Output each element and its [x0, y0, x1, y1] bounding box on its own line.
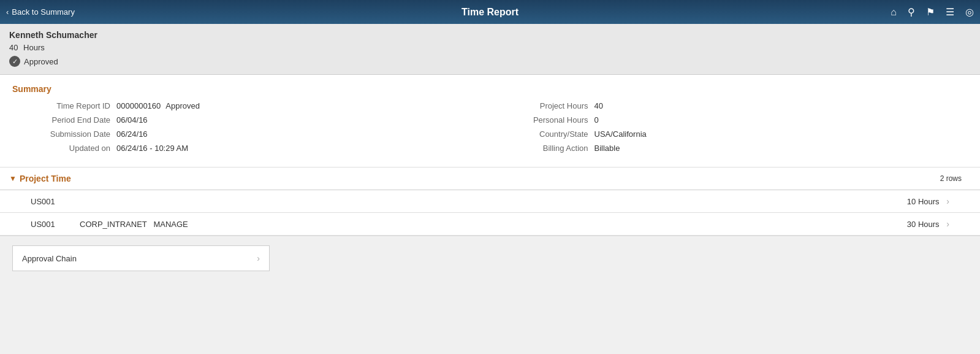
submission-date-label: Submission Date	[12, 129, 110, 139]
target-icon[interactable]: ◎	[965, 6, 974, 18]
summary-row-id: Time Report ID 0000000160 Approved	[12, 101, 490, 110]
summary-row-country: Country/State USA/California	[490, 129, 968, 139]
billing-action-label: Billing Action	[490, 144, 588, 153]
personal-hours-label: Personal Hours	[490, 115, 588, 125]
flag-icon[interactable]: ⚑	[926, 6, 935, 18]
back-chevron-icon: ‹	[6, 7, 9, 17]
summary-row-billing: Billing Action Billable	[490, 144, 968, 153]
rows-count: 2 rows	[940, 174, 971, 183]
header-icons: ⌂ ⚲ ⚑ ☰ ◎	[891, 6, 974, 18]
row-project-2: US001	[31, 220, 80, 229]
project-time-header: ▼ Project Time 2 rows	[0, 167, 980, 190]
summary-row-project-hours: Project Hours 40	[490, 101, 968, 110]
check-circle-icon: ✓	[9, 56, 20, 67]
period-end-date-label: Period End Date	[12, 115, 110, 125]
project-time-section: ▼ Project Time 2 rows US001 10 Hours › U…	[0, 167, 980, 236]
header: ‹ Back to Summary Time Report ⌂ ⚲ ⚑ ☰ ◎	[0, 0, 980, 24]
hours-label: Hours	[23, 43, 45, 52]
top-info-section: Kenneth Schumacher 40 Hours ✓ Approved	[0, 24, 980, 75]
updated-on-label: Updated on	[12, 144, 110, 153]
home-icon[interactable]: ⌂	[891, 7, 897, 18]
summary-row-updated: Updated on 06/24/16 - 10:29 AM	[12, 144, 490, 153]
search-icon[interactable]: ⚲	[908, 6, 915, 18]
time-table: US001 10 Hours › US001 CORP_INTRANET MAN…	[0, 190, 980, 236]
summary-row-personal-hours: Personal Hours 0	[490, 115, 968, 125]
approval-chain-button[interactable]: Approval Chain ›	[12, 245, 270, 271]
time-report-id-value: 0000000160	[116, 101, 161, 110]
summary-section: Summary Time Report ID 0000000160 Approv…	[0, 75, 980, 167]
row-chevron-icon-2: ›	[946, 219, 949, 229]
table-row[interactable]: US001 CORP_INTRANET MANAGE 30 Hours ›	[0, 213, 980, 236]
back-to-summary-button[interactable]: ‹ Back to Summary	[6, 7, 75, 17]
time-report-status: Approved	[165, 101, 200, 110]
menu-icon[interactable]: ☰	[946, 6, 954, 18]
row-project-1: US001	[31, 197, 80, 206]
person-name: Kenneth Schumacher	[9, 30, 971, 40]
summary-title: Summary	[12, 84, 968, 94]
period-end-date-value: 06/04/16	[116, 115, 148, 125]
summary-row-period: Period End Date 06/04/16	[12, 115, 490, 125]
summary-right: Project Hours 40 Personal Hours 0 Countr…	[490, 101, 968, 158]
country-state-label: Country/State	[490, 129, 588, 139]
row-hours-label-2: Hours	[916, 220, 946, 229]
summary-left: Time Report ID 0000000160 Approved Perio…	[12, 101, 490, 158]
page-title: Time Report	[462, 7, 518, 18]
row-chevron-icon-1: ›	[946, 196, 949, 206]
row-hours-1: 10	[891, 197, 916, 206]
table-row[interactable]: US001 10 Hours ›	[0, 190, 980, 213]
time-report-id-label: Time Report ID	[12, 101, 110, 110]
status-badge: ✓ Approved	[9, 56, 971, 67]
billing-action-value: Billable	[594, 144, 620, 153]
summary-row-submission: Submission Date 06/24/16	[12, 129, 490, 139]
summary-grid: Time Report ID 0000000160 Approved Perio…	[12, 101, 968, 158]
personal-hours-value: 0	[594, 115, 599, 125]
project-hours-value: 40	[594, 101, 603, 110]
status-text: Approved	[24, 57, 58, 66]
updated-on-value: 06/24/16 - 10:29 AM	[116, 144, 188, 153]
approval-chain-chevron-icon: ›	[257, 253, 260, 263]
row-hours-2: 30	[891, 220, 916, 229]
project-hours-label: Project Hours	[490, 101, 588, 110]
chevron-down-icon[interactable]: ▼	[9, 174, 17, 183]
hours-number: 40	[9, 43, 18, 52]
approval-chain-container: Approval Chain ›	[0, 236, 980, 280]
row-details-2: CORP_INTRANET MANAGE	[80, 220, 891, 229]
row-hours-label-1: Hours	[916, 197, 946, 206]
approval-chain-label: Approval Chain	[22, 254, 77, 263]
back-label: Back to Summary	[12, 7, 75, 17]
project-time-title: Project Time	[20, 174, 71, 183]
hours-line: 40 Hours	[9, 43, 971, 52]
country-state-value: USA/California	[594, 129, 647, 139]
submission-date-value: 06/24/16	[116, 129, 148, 139]
